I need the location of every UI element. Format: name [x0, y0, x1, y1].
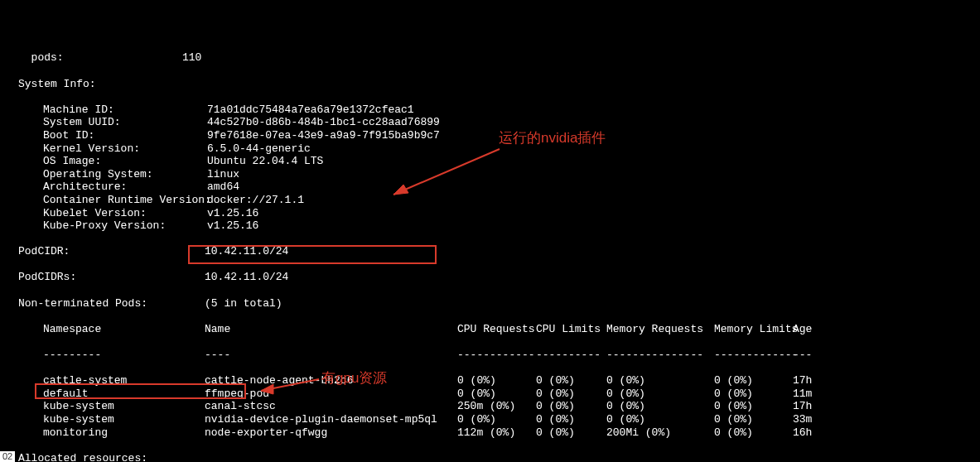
system-info-row: OS Image:Ubuntu 22.04.4 LTS — [18, 155, 980, 168]
val: 6.5.0-44-generic — [207, 142, 311, 156]
podcidr-key: PodCIDR: — [18, 245, 205, 258]
dash: ------------- — [714, 349, 793, 362]
val: linux — [207, 168, 239, 181]
pod-mem-limits: 0 (0%) — [714, 374, 793, 387]
key: Machine ID: — [43, 103, 207, 117]
pod-cpu-requests: 250m (0%) — [457, 400, 536, 413]
alloc-header: Allocated resources: — [18, 452, 980, 462]
pod-row: cattle-systemcattle-node-agent-bh2c60 (0… — [18, 374, 980, 387]
system-info-row: Kube-Proxy Version:v1.25.16 — [18, 219, 980, 233]
pod-cpu-limits: 0 (0%) — [536, 374, 606, 387]
val: Ubuntu 22.04.4 LTS — [207, 155, 323, 168]
key: System UUID: — [43, 116, 207, 129]
pod-row: monitoringnode-exporter-qfwgg112m (0%)0 … — [18, 426, 980, 440]
dash: --------- — [43, 349, 205, 362]
pod-col-meml: Memory Limits — [714, 323, 793, 336]
pod-age: 17h — [793, 400, 812, 413]
pod-cpu-limits: 0 (0%) — [536, 387, 606, 401]
pod-cpu-requests: 0 (0%) — [457, 387, 536, 401]
val: docker://27.1.1 — [207, 194, 304, 207]
pods-key: pods: — [18, 51, 182, 65]
system-info-row: Container Runtime Version:docker://27.1.… — [18, 194, 980, 207]
pod-col-age: Age — [793, 323, 812, 336]
pod-mem-requests: 0 (0%) — [606, 387, 714, 401]
pod-mem-limits: 0 (0%) — [714, 426, 793, 440]
pod-col-ns: Namespace — [43, 323, 205, 336]
pod-cpu-requests: 0 (0%) — [457, 374, 536, 387]
nonterm-key: Non-terminated Pods: — [18, 297, 205, 310]
system-info-row: System UUID:44c527b0-d86b-484b-1bc1-cc28… — [18, 116, 980, 129]
corner-label: 02 — [0, 451, 15, 462]
pod-mem-requests: 200Mi (0%) — [606, 426, 714, 440]
key: Architecture: — [43, 180, 207, 194]
key: Kubelet Version: — [43, 207, 207, 220]
system-info-block: Machine ID:71a01ddc75484a7ea6a79e1372cfe… — [18, 103, 980, 233]
key: Operating System: — [43, 168, 207, 181]
dash: --------------- — [606, 349, 714, 362]
pod-cpu-limits: 0 (0%) — [536, 426, 606, 440]
pod-cpu-requests: 0 (0%) — [457, 413, 536, 426]
pod-col-cpul: CPU Limits — [536, 323, 606, 336]
pod-mem-limits: 0 (0%) — [714, 413, 793, 426]
pod-col-memr: Memory Requests — [606, 323, 714, 336]
val: v1.25.16 — [207, 207, 258, 220]
pod-mem-requests: 0 (0%) — [606, 413, 714, 426]
pod-mem-requests: 0 (0%) — [606, 400, 714, 413]
pod-cpu-limits: 0 (0%) — [536, 400, 606, 413]
dash: ------------ — [457, 349, 536, 362]
val: 9fe7618e-07ea-43e9-a9a9-7f915ba9b9c7 — [207, 129, 440, 142]
pod-namespace: kube-system — [43, 413, 205, 426]
pod-col-name: Name — [205, 323, 457, 336]
system-info-header: System Info: — [18, 78, 980, 91]
pod-cpu-limits: 0 (0%) — [536, 413, 606, 426]
annotation-gpu-resource: 有gpu资源 — [321, 370, 387, 387]
pod-mem-limits: 0 (0%) — [714, 387, 793, 401]
key: OS Image: — [43, 155, 207, 168]
pod-cpu-requests: 112m (0%) — [457, 426, 536, 440]
key: Container Runtime Version: — [43, 194, 207, 207]
pod-age: 11m — [793, 387, 812, 401]
dash: ---- — [205, 349, 457, 362]
pod-row: defaultffmpeg-pod0 (0%)0 (0%)0 (0%)0 (0%… — [18, 387, 980, 401]
pod-name: ffmpeg-pod — [205, 387, 457, 401]
pod-age: 33m — [793, 413, 812, 426]
pod-name: nvidia-device-plugin-daemonset-mp5ql — [205, 413, 457, 426]
system-info-row: Operating System:linux — [18, 168, 980, 181]
pods-block: cattle-systemcattle-node-agent-bh2c60 (0… — [18, 374, 980, 439]
val: amd64 — [207, 180, 239, 194]
pod-namespace: cattle-system — [43, 374, 205, 387]
pod-name: canal-stcsc — [205, 400, 457, 413]
val: v1.25.16 — [207, 219, 258, 233]
key: Kube-Proxy Version: — [43, 219, 207, 233]
podcidrs-val: 10.42.11.0/24 — [205, 271, 288, 283]
dash: ---------- — [536, 349, 606, 362]
pod-age: 16h — [793, 426, 812, 440]
pod-age: 17h — [793, 374, 812, 387]
system-info-row: Kubelet Version:v1.25.16 — [18, 207, 980, 220]
val: 44c527b0-d86b-484b-1bc1-cc28aad76899 — [207, 116, 440, 129]
pod-namespace: kube-system — [43, 400, 205, 413]
pod-row: kube-systemnvidia-device-plugin-daemonse… — [18, 413, 980, 426]
podcidr-val: 10.42.11.0/24 — [205, 245, 288, 257]
val: 71a01ddc75484a7ea6a79e1372cfeac1 — [207, 103, 414, 117]
dash: --- — [793, 349, 812, 362]
pods-val: 110 — [182, 51, 201, 65]
nonterm-val: (5 in total) — [205, 297, 282, 310]
system-info-row: Architecture:amd64 — [18, 180, 980, 194]
annotation-nvidia-plugin: 运行的nvidia插件 — [499, 130, 606, 147]
key: Kernel Version: — [43, 142, 207, 156]
pod-row: kube-systemcanal-stcsc250m (0%)0 (0%)0 (… — [18, 400, 980, 413]
key: Boot ID: — [43, 129, 207, 142]
pod-mem-requests: 0 (0%) — [606, 374, 714, 387]
pod-col-cpur: CPU Requests — [457, 323, 536, 336]
pod-namespace: default — [43, 387, 205, 401]
pod-namespace: monitoring — [43, 426, 205, 440]
pod-name: node-exporter-qfwgg — [205, 426, 457, 440]
podcidrs-key: PodCIDRs: — [18, 271, 205, 284]
system-info-row: Machine ID:71a01ddc75484a7ea6a79e1372cfe… — [18, 103, 980, 117]
pod-mem-limits: 0 (0%) — [714, 400, 793, 413]
